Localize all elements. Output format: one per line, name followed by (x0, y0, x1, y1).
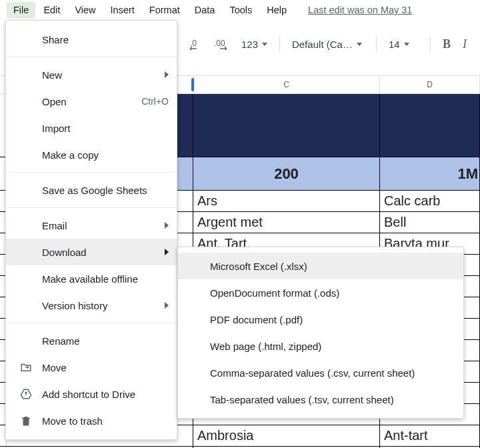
submenu-item-html[interactable]: Web page (.html, zipped) (178, 333, 463, 359)
cell[interactable]: Ant-tart (380, 425, 480, 446)
submenu-arrow-icon (165, 71, 169, 78)
menu-item-import[interactable]: Import (6, 115, 177, 141)
menu-insert[interactable]: Insert (104, 2, 141, 18)
submenu-arrow-icon (165, 222, 169, 229)
trash-icon (19, 414, 33, 427)
menu-tools[interactable]: Tools (223, 2, 259, 18)
submenu-item-ods[interactable]: OpenDocument format (.ods) (178, 279, 463, 306)
cell[interactable]: Argent met (193, 212, 380, 233)
menu-separator (6, 207, 177, 208)
menu-item-label: New (42, 69, 62, 81)
file-menu-dropdown: Share New Open Ctrl+O Import Make a copy… (5, 20, 177, 440)
toolbar: .0 .00 123 Default (Ca… 14 B I (184, 32, 471, 56)
menu-item-rename[interactable]: Rename (6, 327, 177, 354)
folder-move-icon (19, 361, 33, 374)
menu-item-version-history[interactable]: Version history (6, 292, 177, 319)
submenu-item-tsv[interactable]: Tab-separated values (.tsv, current shee… (178, 386, 463, 413)
menu-item-make-available-offline[interactable]: Make available offline (6, 265, 177, 292)
number-format-select[interactable]: 123 (237, 37, 271, 51)
number-format-label: 123 (241, 39, 258, 50)
submenu-item-csv[interactable]: Comma-separated values (.csv, current sh… (178, 359, 463, 386)
increase-decimal-button[interactable]: .00 (209, 35, 233, 53)
cell[interactable]: Calc carb (380, 191, 480, 211)
toolbar-separator (430, 37, 431, 51)
menu-item-make-copy[interactable]: Make a copy (6, 141, 177, 168)
toolbar-separator (376, 37, 377, 51)
submenu-arrow-icon (165, 302, 169, 309)
menu-item-shortcut: Ctrl+O (141, 96, 169, 107)
menu-bar: File Edit View Insert Format Data Tools … (0, 0, 480, 20)
menu-item-label: Move to trash (42, 415, 103, 427)
menu-item-label: Version history (42, 300, 107, 311)
menu-item-save-as-google-sheets[interactable]: Save as Google Sheets (6, 177, 177, 203)
menu-item-move[interactable]: Move (6, 354, 177, 381)
font-select[interactable]: Default (Ca… (288, 37, 368, 51)
cell[interactable]: Ambrosia (193, 425, 380, 446)
font-size-select[interactable]: 14 (385, 37, 422, 51)
cell[interactable]: 200 (193, 157, 380, 190)
menu-edit[interactable]: Edit (37, 2, 67, 18)
menu-file[interactable]: File (7, 2, 35, 18)
menu-item-open[interactable]: Open Ctrl+O (6, 88, 177, 115)
menu-separator (6, 57, 177, 57)
cell[interactable] (380, 94, 480, 157)
menu-item-label: Email (42, 220, 67, 231)
menu-item-label: Download (42, 247, 87, 258)
menu-item-label: Open (42, 96, 67, 107)
bold-button[interactable]: B (439, 35, 455, 54)
menu-help[interactable]: Help (260, 2, 293, 18)
menu-format[interactable]: Format (143, 2, 187, 18)
decrease-decimal-button[interactable]: .0 (184, 35, 205, 53)
menu-item-share[interactable]: Share (6, 26, 177, 53)
cell[interactable]: 1M (380, 157, 480, 190)
column-header-d[interactable]: D (380, 76, 480, 93)
menu-item-label: Add shortcut to Drive (42, 389, 135, 400)
caret-down-icon (404, 43, 409, 46)
toolbar-separator (279, 37, 280, 51)
menu-item-label: Move (42, 362, 67, 373)
menu-separator (6, 323, 177, 323)
cell[interactable]: Bell (380, 212, 480, 233)
menu-item-download[interactable]: Download (6, 239, 177, 265)
column-header-c[interactable]: C (193, 76, 380, 93)
menu-data[interactable]: Data (188, 2, 222, 18)
cell[interactable] (193, 94, 380, 157)
last-edit-link[interactable]: Last edit was on May 31 (308, 5, 412, 15)
caret-down-icon (357, 43, 362, 46)
submenu-arrow-icon (165, 249, 169, 255)
cell[interactable]: Ars (193, 191, 380, 211)
font-size-label: 14 (389, 39, 400, 50)
menu-separator (6, 172, 177, 173)
decrease-decimal-icon: .0 (188, 38, 201, 50)
submenu-item-xlsx[interactable]: Microsoft Excel (.xlsx) (178, 253, 463, 279)
menu-item-new[interactable]: New (6, 61, 177, 88)
italic-button[interactable]: I (459, 35, 471, 54)
svg-text:.00: .00 (214, 39, 225, 48)
submenu-item-pdf[interactable]: PDF document (.pdf) (178, 306, 463, 333)
drive-shortcut-icon (19, 387, 33, 401)
svg-text:.0: .0 (190, 39, 197, 48)
download-submenu: Microsoft Excel (.xlsx) OpenDocument for… (177, 247, 464, 419)
font-label: Default (Ca… (292, 39, 353, 50)
increase-decimal-icon: .00 (213, 38, 229, 50)
caret-down-icon (262, 43, 267, 46)
menu-item-move-to-trash[interactable]: Move to trash (6, 407, 177, 434)
menu-view[interactable]: View (68, 2, 102, 18)
menu-item-email[interactable]: Email (6, 212, 177, 239)
menu-item-add-shortcut-to-drive[interactable]: Add shortcut to Drive (6, 381, 177, 407)
